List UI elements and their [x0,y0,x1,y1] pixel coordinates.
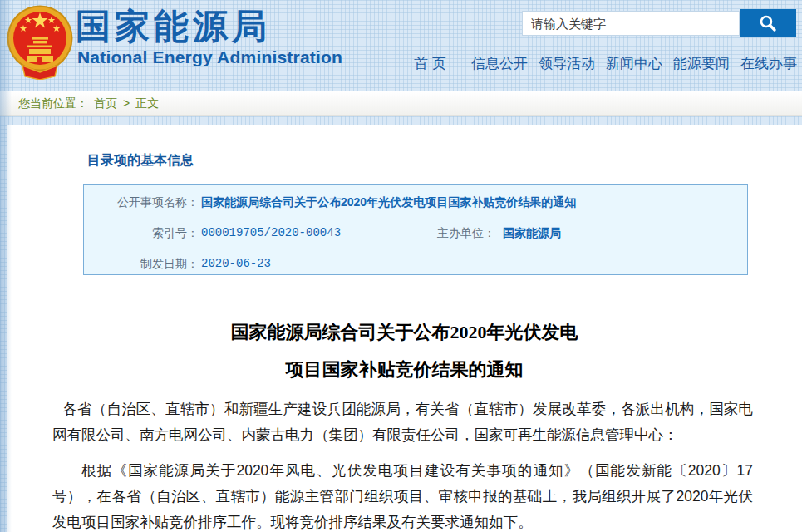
search-input[interactable] [522,11,740,36]
nav-item-energy-news[interactable]: 能源要闻 [673,54,730,73]
breadcrumb-home-link[interactable]: 首页 [94,91,117,115]
catalog-name-value: 国家能源局综合司关于公布2020年光伏发电项目国家补贴竞价结果的通知 [201,192,576,212]
search-icon [758,13,778,33]
breadcrumb-label: 您当前位置： [18,91,88,115]
site-header: 国家能源局 National Energy Administration 首 页… [0,0,802,91]
breadcrumb-bar: 您当前位置： 首页 > 正文 [0,91,802,116]
site-title-zh: 国家能源局 [76,3,271,50]
catalog-date-label: 制发日期： [84,254,199,273]
breadcrumb-separator: > [123,91,130,115]
nav-item-leader-activities[interactable]: 领导活动 [539,54,595,73]
catalog-date-value: 2020-06-23 [201,254,271,273]
main-nav: 首 页 信息公开 领导活动 新闻中心 能源要闻 在线办事 [414,52,797,74]
catalog-index-row: 索引号： 000019705/2020-00043 主办单位： 国家能源局 [84,223,747,243]
content-panel: 目录项的基本信息 公开事项名称： 国家能源局综合司关于公布2020年光伏发电项目… [7,125,802,532]
catalog-info-box: 公开事项名称： 国家能源局综合司关于公布2020年光伏发电项目国家补贴竞价结果的… [83,184,748,275]
article-title: 国家能源局综合司关于公布2020年光伏发电 项目国家补贴竞价结果的通知 [7,313,802,388]
nav-item-news-center[interactable]: 新闻中心 [606,54,662,73]
catalog-org-pair: 主办单位： 国家能源局 [437,223,561,243]
article-paragraph: 根据《国家能源局关于2020年风电、光伏发电项目建设有关事项的通知》（国能发新能… [52,458,753,532]
catalog-org-value: 国家能源局 [503,223,561,243]
breadcrumb: 您当前位置： 首页 > 正文 [18,91,159,115]
section-title: 目录项的基本信息 [87,152,194,170]
article-title-line2: 项目国家补贴竞价结果的通知 [7,351,802,388]
breadcrumb-current: 正文 [135,91,159,115]
catalog-date-row: 制发日期： 2020-06-23 [84,254,747,273]
site-title-en: National Energy Administration [77,47,342,67]
catalog-name-label: 公开事项名称： [84,192,199,212]
article-title-line1: 国家能源局综合司关于公布2020年光伏发电 [7,313,802,351]
catalog-index-label: 索引号： [84,223,199,243]
catalog-name-row: 公开事项名称： 国家能源局综合司关于公布2020年光伏发电项目国家补贴竞价结果的… [84,192,747,212]
catalog-org-label: 主办单位： [437,223,495,243]
article-body: 各省（自治区、直辖市）和新疆生产建设兵团能源局，有关省（直辖市）发展改革委，各派… [52,397,753,532]
nav-item-online-services[interactable]: 在线办事 [740,54,797,73]
article-paragraph: 各省（自治区、直辖市）和新疆生产建设兵团能源局，有关省（直辖市）发展改革委，各派… [52,397,753,448]
national-emblem-logo [7,2,73,80]
catalog-index-value: 000019705/2020-00043 [201,223,341,243]
nav-item-home[interactable]: 首 页 [414,54,446,73]
search-button[interactable] [740,9,796,37]
nav-item-info-disclosure[interactable]: 信息公开 [471,54,528,73]
